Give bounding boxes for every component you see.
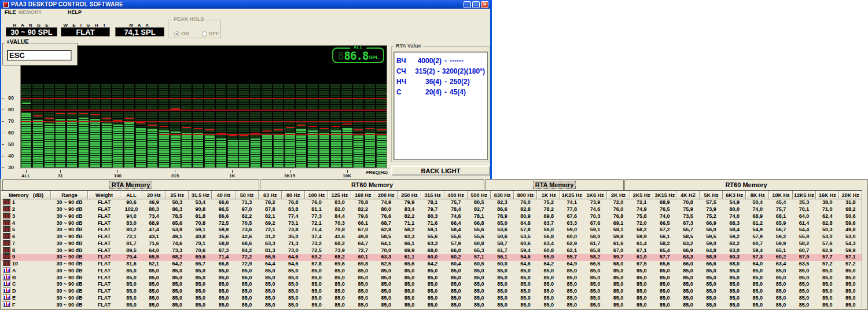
peak-hold-marker <box>286 127 295 128</box>
value-cell: 85,0 <box>398 268 421 274</box>
value-cell: 85,0 <box>259 281 282 287</box>
column-header[interactable]: 4K HZ <box>676 191 700 199</box>
table-row[interactable]: 730 ~ 90 dBFLAT81,771,674,670,158,868,66… <box>1 240 862 247</box>
column-header[interactable]: 20K Hz <box>839 191 862 199</box>
column-header[interactable]: 125 Hz <box>328 191 351 199</box>
table-row[interactable]: 130 ~ 90 dBFLAT90,646,950,353,466,671,37… <box>1 199 862 206</box>
column-header[interactable]: 40 Hz <box>212 191 235 199</box>
table-row[interactable]: 230 ~ 90 dBFLAT102,080,386,390,896,597,0… <box>1 206 862 213</box>
column-header[interactable]: 160 Hz <box>351 191 374 199</box>
tab-rta-memory-2[interactable]: RTA Memory <box>485 179 624 190</box>
menu-help[interactable]: HELP <box>68 9 82 15</box>
column-header[interactable]: Range <box>51 191 88 199</box>
tab-rta-memory-1[interactable]: RTA Memory <box>2 179 259 190</box>
value-cell: 76,8 <box>607 213 630 220</box>
column-header[interactable]: 800 Hz <box>514 191 537 199</box>
table-row[interactable]: 830 ~ 90 dBFLAT89,564,073,370,687,384,28… <box>1 247 862 254</box>
table-row[interactable]: 930 ~ 90 dBFLAT79,465,568,269,671,472,26… <box>1 254 862 261</box>
peak-hold-off-radio[interactable]: OFF <box>202 31 219 37</box>
value-cell: 80,3 <box>421 213 444 220</box>
table-row[interactable]: E30 ~ 90 dBFLAT85,085,085,085,085,085,08… <box>1 295 862 302</box>
close-button[interactable]: ✕ <box>481 1 488 8</box>
value-cell: 59,2 <box>769 234 792 240</box>
value-cell: 85,0 <box>165 302 189 308</box>
value-cell: 55,6 <box>444 234 468 240</box>
max-value: 74,1 SPL <box>115 27 164 37</box>
value-cell: 70,3 <box>328 220 351 227</box>
value-cell: 35,6 <box>212 234 235 240</box>
column-header[interactable]: 20 Hz <box>142 191 165 199</box>
column-header[interactable]: 63 Hz <box>259 191 282 199</box>
hold-line <box>21 110 387 111</box>
column-header[interactable]: 8K Hz <box>746 191 769 199</box>
table-row[interactable]: A30 ~ 90 dBFLAT85,085,085,085,085,085,08… <box>1 268 862 275</box>
column-header[interactable]: 315 Hz <box>421 191 444 199</box>
value-cell: 85,0 <box>769 302 792 308</box>
column-header[interactable]: 31.5 Hz <box>189 191 212 199</box>
rt60-memory-icon <box>3 301 10 309</box>
value-cell: 71,3 <box>282 240 305 247</box>
value-cell: 85,0 <box>120 281 142 287</box>
spectrum-bar <box>56 119 65 167</box>
value-cell: 71,3 <box>236 199 259 206</box>
value-cell: 82,7 <box>468 206 491 213</box>
column-header[interactable]: 12K5 Hz <box>793 191 816 199</box>
tab-rt60-memory-1[interactable]: RT60 Memory <box>260 179 484 190</box>
peak-hold-marker <box>297 125 306 126</box>
table-row[interactable]: B30 ~ 90 dBFLAT85,085,085,085,085,085,08… <box>1 274 862 281</box>
column-header[interactable]: 2K5 Hz <box>630 191 653 199</box>
column-header[interactable]: 200 Hz <box>374 191 398 199</box>
value-cell: 63,2 <box>676 240 700 247</box>
column-header[interactable]: 2K Hz <box>607 191 630 199</box>
tab-rt60-memory-2[interactable]: RT60 Memory <box>624 179 868 190</box>
column-header[interactable]: 630 Hz <box>491 191 514 199</box>
minimize-button[interactable]: _ <box>464 1 471 8</box>
peak-hold-on-radio[interactable]: ON <box>174 31 189 37</box>
table-row[interactable]: 630 ~ 90 dBFLAT72,143,149,140,835,642,63… <box>1 234 862 240</box>
column-header[interactable]: 250 Hz <box>398 191 421 199</box>
value-cell: 69,1 <box>607 220 630 227</box>
table-row[interactable]: 530 ~ 90 dBFLAT80,247,453,959,159,973,67… <box>1 227 862 234</box>
column-header[interactable]: 80 Hz <box>282 191 305 199</box>
column-header[interactable]: 50 Hz <box>236 191 259 199</box>
table-row[interactable]: 1030 ~ 90 dBFLAT81,652,164,265,766,872,9… <box>1 261 862 268</box>
value-cell: 85,0 <box>142 275 165 281</box>
column-header[interactable]: Memory (dB) <box>1 191 51 199</box>
value-cell: 85,0 <box>421 295 444 301</box>
column-header[interactable]: 1K Hz <box>537 191 560 199</box>
column-header[interactable]: 5K Hz <box>700 191 723 199</box>
table-row[interactable]: C30 ~ 90 dBFLAT85,085,085,085,085,085,08… <box>1 281 862 288</box>
value-cell: 94,0 <box>120 213 142 220</box>
weight-cell: FLAT <box>88 206 120 213</box>
column-header[interactable]: 10K Hz <box>769 191 792 199</box>
rta-value-line: ВЧ4000(2)------- <box>396 56 485 66</box>
column-header[interactable]: 500 Hz <box>468 191 491 199</box>
weight-cell: FLAT <box>88 199 120 206</box>
column-header[interactable]: 1K25 Hz <box>560 191 583 199</box>
table-row[interactable]: D30 ~ 90 dBFLAT85,085,085,085,085,085,08… <box>1 288 862 295</box>
table-row[interactable]: 330 ~ 90 dBFLAT94,073,478,581,886,682,28… <box>1 213 862 220</box>
column-header[interactable]: 1K6 Hz <box>583 191 606 199</box>
column-header[interactable]: Weight <box>88 191 120 199</box>
value-cell: 65,1 <box>769 247 792 254</box>
table-row[interactable]: 430 ~ 90 dBFLAT83,068,965,670,872,570,56… <box>1 220 862 227</box>
column-header[interactable]: ALL <box>120 191 142 199</box>
column-header[interactable]: 25 Hz <box>165 191 189 199</box>
table-row[interactable]: F30 ~ 90 dBFLAT85,085,085,085,085,085,08… <box>1 301 862 308</box>
column-header[interactable]: 6K3 Hz <box>723 191 746 199</box>
column-header[interactable]: 16K Hz <box>816 191 839 199</box>
value-cell: 85,0 <box>212 302 235 308</box>
value-cell: 60,6 <box>514 240 537 247</box>
column-header[interactable]: 100 Hz <box>305 191 328 199</box>
menu-file[interactable]: FILE <box>5 9 16 15</box>
column-header[interactable]: 3K15 Hz <box>653 191 676 199</box>
value-cell: 63,2 <box>305 254 328 260</box>
value-cell: 85,0 <box>468 275 491 281</box>
column-header[interactable]: 400 Hz <box>444 191 468 199</box>
maximize-button[interactable]: □ <box>472 1 480 8</box>
value-cell: 85,0 <box>793 281 816 287</box>
value-input[interactable] <box>7 50 72 61</box>
value-cell: 96,5 <box>212 206 235 213</box>
value-cell: 75,7 <box>769 206 792 213</box>
back-light-button[interactable]: BACK LIGHT <box>391 166 490 176</box>
